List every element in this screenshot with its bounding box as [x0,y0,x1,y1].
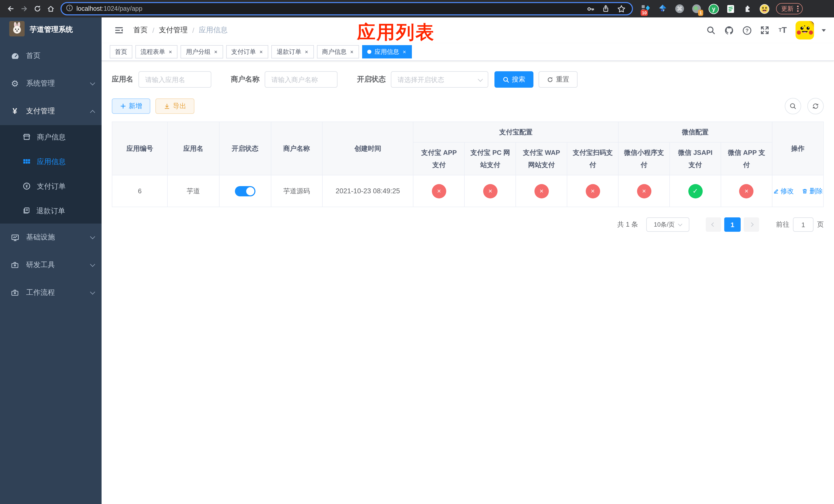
url-text: localhost:1024/pay/app [76,5,584,12]
fullscreen-icon[interactable] [760,25,770,36]
url-bar[interactable]: localhost:1024/pay/app [61,2,633,15]
top-navbar: 首页 / 支付管理 / 应用信息 应用列表 ? [102,18,834,43]
col-wechat-app: 微信 APP 支付 [721,142,772,175]
tab-refund-order[interactable]: 退款订单× [271,45,314,59]
avatar-dropdown-caret-icon[interactable] [822,29,826,31]
sidebar-item-pay-order[interactable]: ¥ 支付订单 [0,174,102,199]
tab-pay-order[interactable]: 支付订单× [226,45,268,59]
extension-doc-icon[interactable] [725,3,736,14]
sidebar-collapse-icon[interactable] [110,21,128,40]
sidebar-item-app-info[interactable]: 应用信息 [0,150,102,174]
status-select[interactable] [391,71,488,88]
extension-recorder-icon[interactable]: 1 [691,3,702,14]
toolbox-icon [10,261,20,269]
search-button[interactable]: 搜索 [495,71,533,88]
reset-button[interactable]: 重置 [539,71,577,88]
tab-app-info[interactable]: 应用信息× [362,45,412,59]
goto-page-input[interactable] [793,217,813,232]
sidebar-item-home[interactable]: 首页 [0,42,102,70]
cell-created: 2021-10-23 08:49:25 [322,175,413,207]
extension-badge: 10 [641,10,648,16]
alipay-wap-status-icon: × [534,184,549,198]
total-count: 共 1 条 [617,220,638,229]
monitor-chart-icon [10,233,20,242]
wechat-app-status-icon: × [739,184,754,198]
bookmark-star-icon[interactable] [614,2,628,15]
header-search-icon[interactable] [706,25,716,36]
reload-icon[interactable] [31,2,44,15]
font-size-icon[interactable]: TT [777,25,788,36]
sidebar-item-payment[interactable]: ¥ 支付管理 [0,97,102,125]
breadcrumb-payment[interactable]: 支付管理 [159,26,188,35]
sidebar-item-label: 系统管理 [26,79,55,88]
help-icon[interactable]: ? [742,25,752,36]
sidebar-item-label: 商户信息 [37,133,66,142]
close-icon[interactable]: × [168,48,173,55]
extensions-puzzle-icon[interactable] [742,3,753,14]
prev-page-button[interactable] [706,217,721,232]
sidebar-item-label: 研发工具 [26,260,55,270]
briefcase-icon [10,289,20,297]
tab-user-group[interactable]: 用户分组× [181,45,223,59]
close-icon[interactable]: × [214,48,218,55]
sidebar-item-label: 支付订单 [37,182,66,191]
sidebar-item-system[interactable]: ⚙ 系统管理 [0,70,102,97]
tab-flow-form[interactable]: 流程表单× [135,45,178,59]
extension-grid-diamond-icon[interactable]: 10 [640,3,652,14]
show-search-toggle-button[interactable] [785,98,801,114]
extension-command-icon[interactable]: ⌘ [674,3,685,14]
refresh-table-button[interactable] [807,98,824,114]
user-avatar[interactable] [795,21,814,40]
home-icon[interactable] [44,2,58,15]
sidebar-item-infrastructure[interactable]: 基础设施 [0,224,102,251]
wechat-jsapi-status-icon: ✓ [688,184,702,198]
col-app-id: 应用编号 [112,122,168,175]
grid-icon [23,157,31,167]
site-info-icon[interactable] [66,4,73,14]
close-icon[interactable]: × [350,48,354,55]
add-button[interactable]: 新增 [112,98,150,114]
close-icon[interactable]: × [402,48,407,55]
forward-icon[interactable] [18,2,31,15]
delete-link[interactable]: 删除 [802,186,823,196]
sidebar-item-refund-order[interactable]: 退款订单 [0,199,102,224]
browser-menu-icon[interactable] [797,6,798,12]
sidebar-item-merchant-info[interactable]: 商户信息 [0,125,102,150]
chevron-down-icon [90,80,95,85]
col-wechat-mini: 微信小程序支付 [618,142,670,175]
breadcrumb-home[interactable]: 首页 [133,26,148,35]
merchant-name-input[interactable] [265,71,337,88]
svg-text:⌘: ⌘ [677,6,682,12]
document-icon [23,207,30,216]
close-icon[interactable]: × [304,48,309,55]
table-row: 6 芋道 芋道源码 2021-10-23 08:49:25 × × × × × … [112,175,824,207]
close-icon[interactable]: × [259,48,263,55]
password-key-icon[interactable] [584,2,597,15]
page-size-select[interactable]: 10条/页 [646,217,689,232]
alipay-app-status-icon: × [432,184,446,198]
tags-view-bar: 首页 流程表单× 用户分组× 支付订单× 退款订单× 商户信息× 应用信息× [102,43,834,61]
next-page-button[interactable] [744,217,759,232]
browser-update-button[interactable]: 更新 [776,3,803,14]
export-button[interactable]: 导出 [155,98,194,114]
profile-emoji-icon[interactable] [759,3,770,14]
extension-kite-icon[interactable] [657,3,668,14]
github-icon[interactable] [724,25,734,36]
tab-home[interactable]: 首页 [110,45,132,59]
sidebar-item-devtools[interactable]: 研发工具 [0,251,102,279]
back-icon[interactable] [4,2,18,15]
status-toggle[interactable] [235,186,256,196]
edit-link[interactable]: 修改 [773,186,794,196]
svg-text:¥: ¥ [26,184,28,188]
app-name-label: 应用名 [112,75,133,84]
page-annotation-title: 应用列表 [357,20,435,45]
app-name-input[interactable] [138,71,211,88]
sidebar-item-workflow[interactable]: 工作流程 [0,279,102,306]
share-icon[interactable] [599,2,612,15]
app-logo[interactable]: 芋道管理系统 [0,18,102,42]
page-1-button[interactable]: 1 [724,217,741,232]
col-wechat-jsapi: 微信 JSAPI 支付 [670,142,721,175]
col-operations: 操作 [772,122,824,175]
tab-merchant-info[interactable]: 商户信息× [317,45,359,59]
extension-yudao-icon[interactable]: y [708,3,719,14]
